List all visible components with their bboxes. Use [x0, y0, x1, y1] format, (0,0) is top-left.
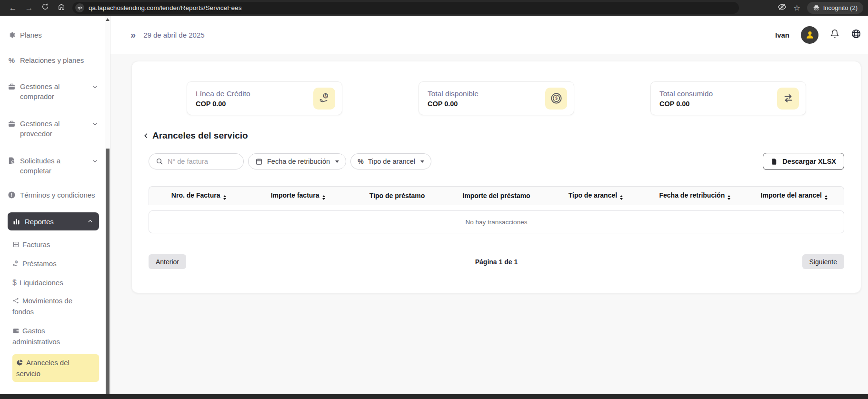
filters-row: Fecha de retribución % Tipo de arancel D…: [149, 153, 844, 170]
column-header[interactable]: Tipo de arancel: [546, 191, 645, 200]
fee-type-filter-dropdown[interactable]: % Tipo de arancel: [350, 153, 431, 170]
current-date: 29 de abril de 2025: [143, 31, 204, 39]
avatar[interactable]: [801, 26, 818, 44]
download-button-label: Descargar XLSX: [782, 158, 836, 165]
url-text: qa.lapachoslending.com/lender/Reports/Se…: [89, 4, 242, 11]
section-heading: Aranceles del servicio: [142, 130, 844, 141]
incognito-badge[interactable]: Incognito (2): [807, 2, 863, 14]
sidebar: Planes % Relaciones y planes Gestiones a…: [0, 16, 105, 399]
sidebar-item-label: Planes: [20, 30, 99, 40]
sidebar-item-label: Gestiones al comprador: [20, 81, 87, 101]
sidebar-expand-icon[interactable]: »: [130, 30, 135, 40]
chevron-up-icon: [87, 217, 94, 227]
document-icon: [771, 158, 778, 165]
browser-toolbar: ← → qa.lapachoslending.com/lender/Report…: [0, 0, 868, 16]
reload-icon[interactable]: [37, 3, 53, 13]
bookmark-star-icon[interactable]: ☆: [793, 3, 800, 12]
back-chevron-icon[interactable]: [142, 131, 150, 140]
hand-coin-icon: $: [12, 259, 20, 266]
sidebar-item-movimientos[interactable]: Movimientos de fondos: [12, 295, 93, 317]
briefcase-icon: [8, 120, 16, 128]
globe-icon[interactable]: [851, 29, 861, 41]
date-filter-dropdown[interactable]: Fecha de retribución: [248, 153, 346, 170]
empty-state: No hay transacciones: [149, 210, 844, 233]
column-header: Importe del préstamo: [447, 192, 546, 200]
sidebar-item-gestiones-proveedor[interactable]: Gestiones al proveedor: [8, 119, 99, 139]
sort-icon: [825, 195, 828, 200]
download-xlsx-button[interactable]: Descargar XLSX: [763, 153, 844, 170]
sort-icon: [322, 195, 325, 200]
sidebar-item-terminos[interactable]: Términos y condiciones: [8, 190, 99, 200]
sidebar-item-label: Facturas: [22, 240, 50, 249]
sidebar-item-label: Gestiones al proveedor: [20, 119, 87, 139]
sidebar-item-planes[interactable]: Planes: [8, 30, 99, 40]
sidebar-item-reportes[interactable]: Reportes: [8, 212, 99, 230]
back-icon[interactable]: ←: [5, 3, 21, 13]
empty-message: No hay transacciones: [466, 219, 528, 226]
transfer-arrows-icon: [777, 88, 799, 110]
sidebar-item-label: Préstamos: [22, 259, 57, 268]
scrollbar-thumb[interactable]: [106, 149, 110, 399]
address-bar[interactable]: qa.lapachoslending.com/lender/Reports/Se…: [72, 2, 739, 14]
caret-down-icon: [420, 160, 424, 163]
total-available-card: Total disponible COP 0.00 $: [419, 81, 574, 115]
sidebar-item-gastos[interactable]: Gastos administrativos: [12, 325, 93, 347]
card-title: Línea de Crédito: [196, 90, 250, 98]
page-status: Página 1 de 1: [149, 258, 844, 266]
forward-icon[interactable]: →: [21, 3, 37, 13]
sidebar-scrollbar[interactable]: [105, 16, 110, 399]
site-settings-icon[interactable]: [75, 3, 84, 12]
username: Ivan: [775, 31, 789, 39]
sidebar-item-liquidaciones[interactable]: $Liquidaciones: [12, 277, 93, 288]
sidebar-item-label: Reportes: [25, 217, 82, 227]
sidebar-item-gestiones-comprador[interactable]: Gestiones al comprador: [8, 81, 99, 101]
sidebar-item-prestamos[interactable]: $ Préstamos: [12, 258, 93, 269]
scrollbar-up-arrow-icon[interactable]: [106, 18, 110, 21]
dollar-icon: $: [12, 279, 17, 287]
sidebar-item-label: Solicitudes a completar: [20, 156, 87, 176]
topbar: » 29 de abril de 2025 Ivan: [110, 16, 868, 54]
home-icon[interactable]: [53, 3, 70, 13]
sort-icon: [728, 195, 730, 200]
sidebar-item-solicitudes[interactable]: Solicitudes a completar: [8, 156, 99, 176]
sidebar-item-aranceles[interactable]: Aranceles del servicio: [12, 354, 99, 382]
briefcase-icon: [8, 82, 16, 90]
table-header: Nro. de Factura Importe factura Tipo de …: [149, 186, 844, 205]
bell-icon[interactable]: [830, 29, 839, 40]
pie-chart-icon: [16, 358, 23, 365]
caret-down-icon: [335, 160, 339, 163]
bottom-bar: [0, 394, 868, 399]
column-header[interactable]: Nro. de Factura: [149, 191, 248, 200]
column-header[interactable]: Importe del arancel: [745, 191, 844, 200]
invoice-search[interactable]: [149, 153, 244, 170]
chevron-down-icon: [91, 157, 99, 167]
card-value: COP 0.00: [428, 100, 479, 108]
sidebar-item-label: Términos y condiciones: [20, 190, 99, 200]
eye-off-icon[interactable]: [778, 2, 787, 13]
sidebar-item-label: Liquidaciones: [20, 279, 63, 287]
table-grid-icon: [12, 240, 20, 247]
sidebar-item-label: Relaciones y planes: [20, 55, 99, 65]
sidebar-item-label: Movimientos de fondos: [12, 297, 72, 316]
sidebar-item-label: Gastos administrativos: [12, 327, 60, 346]
invoice-search-input[interactable]: [168, 158, 234, 165]
search-icon: [156, 158, 163, 165]
pagination: Página 1 de 1 Anterior Siguiente: [149, 254, 844, 269]
column-header: Tipo de préstamo: [348, 192, 447, 200]
alert-circle-icon: [8, 191, 16, 199]
sidebar-item-relaciones[interactable]: % Relaciones y planes: [8, 55, 99, 65]
reportes-subnav: Facturas $ Préstamos $Liquidaciones Movi…: [8, 239, 99, 382]
calendar-icon: [255, 158, 263, 165]
incognito-icon: [813, 4, 820, 11]
sort-icon: [223, 195, 226, 200]
svg-text:$: $: [555, 96, 557, 100]
sidebar-item-facturas[interactable]: Facturas: [12, 239, 93, 250]
column-header[interactable]: Fecha de retribución: [645, 191, 744, 200]
sort-icon: [620, 195, 623, 200]
card-value: COP 0.00: [196, 100, 250, 108]
column-header[interactable]: Importe factura: [248, 191, 347, 200]
sidebar-item-label: Aranceles del servicio: [16, 359, 70, 378]
hand-coin-icon: $: [313, 88, 335, 110]
file-check-icon: [8, 157, 16, 165]
chevron-down-icon: [91, 83, 99, 93]
